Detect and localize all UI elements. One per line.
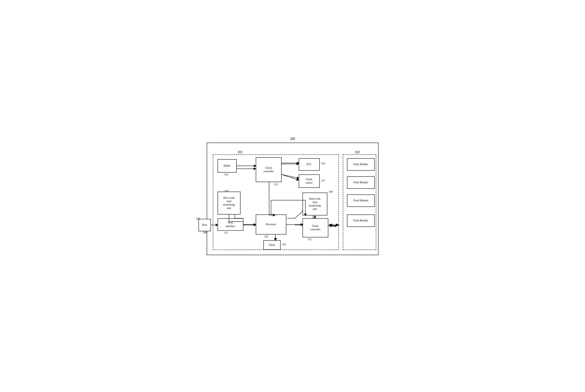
- timer-block: Timer: [263, 240, 280, 250]
- label-flashwl-ref: 140: [329, 190, 333, 193]
- label-ecc-ref: 116: [321, 162, 325, 165]
- host-wl-block: Host workloadmonitoringunit: [218, 192, 240, 214]
- label-bus-ref: 300: [203, 231, 207, 234]
- label-hostwl-ref: 130: [224, 190, 228, 193]
- flash-module-1: Flash Module: [347, 158, 375, 171]
- processor-block: Processor: [256, 214, 286, 234]
- label-201: 201: [238, 150, 243, 154]
- label-clocksrc-ref: 117: [321, 179, 325, 182]
- clock-controller-block: Clockcontroller: [256, 157, 281, 182]
- label-clockctrl-ref: 115: [274, 183, 278, 186]
- host-block: Host: [198, 219, 211, 231]
- label-flashctrl-ref: 113: [308, 238, 312, 241]
- label-200: 200: [290, 137, 295, 141]
- buffer-block: Buffer: [218, 159, 237, 172]
- flash-controller-block: Flashcontroller: [303, 218, 328, 237]
- flash-module-3: Flash Module: [347, 194, 375, 207]
- diagram-container: 200 201 102: [207, 137, 379, 255]
- clock-source-block: Clocksource: [299, 174, 320, 188]
- label-processor-ref: 122: [264, 235, 268, 238]
- ecc-block: ECC: [299, 158, 320, 171]
- label-host-ref: 103: [196, 217, 200, 220]
- flash-wl-block: flash workloadmonitoringunit: [303, 192, 327, 216]
- flash-module-4: Flash Module: [347, 214, 375, 227]
- label-timer-ref: 118: [282, 243, 286, 246]
- label-buffer-ref: 114: [224, 173, 228, 176]
- outer-box: 201 102: [207, 142, 379, 255]
- double-arrow: ⟺: [329, 223, 337, 229]
- flash-module-2: Flash Module: [347, 176, 375, 189]
- label-102: 102: [355, 150, 360, 154]
- host-interface-block: Hostinterface: [218, 218, 243, 231]
- label-hostiface-ref: 111: [224, 231, 228, 234]
